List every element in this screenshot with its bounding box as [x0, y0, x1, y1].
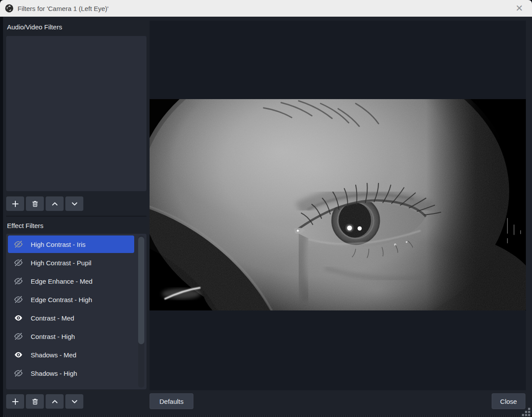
- window-bottom-edge: [3, 415, 532, 417]
- titlebar[interactable]: Filters for 'Camera 1 (Left Eye)' ✕: [0, 0, 532, 17]
- dialog-title: Filters for 'Camera 1 (Left Eye)': [18, 5, 108, 12]
- filter-row[interactable]: High Contrast - Iris: [8, 235, 134, 253]
- eye-slash-icon[interactable]: [14, 258, 23, 267]
- audio-video-toolbar: [6, 196, 83, 211]
- filter-name: Contrast - Med: [31, 314, 74, 322]
- filter-name: Contrast - High: [31, 333, 75, 340]
- audio-video-filters-label: Audio/Video Filters: [7, 23, 62, 31]
- chevron-down-icon: [71, 200, 79, 208]
- close-button[interactable]: Close: [492, 393, 525, 409]
- plus-icon: [11, 398, 19, 406]
- add-audio-filter-button[interactable]: [6, 196, 24, 211]
- filter-name: Shadows - Med: [31, 351, 76, 359]
- effect-toolbar: [6, 394, 83, 409]
- filter-name: Shadows - High: [31, 370, 77, 377]
- filter-row[interactable]: Shadows - Med: [8, 346, 134, 364]
- eye-icon[interactable]: [14, 314, 23, 322]
- scrollbar-thumb[interactable]: [138, 237, 144, 344]
- obs-logo-icon: [5, 4, 14, 13]
- audio-video-filters-list[interactable]: [6, 36, 146, 191]
- filter-row[interactable]: Contrast - Med: [8, 309, 134, 327]
- add-effect-filter-button[interactable]: [6, 394, 24, 409]
- remove-effect-filter-button[interactable]: [26, 394, 44, 409]
- remove-audio-filter-button[interactable]: [26, 196, 44, 211]
- eye-slash-icon[interactable]: [14, 332, 23, 341]
- filter-row[interactable]: Edge Contrast - High: [8, 291, 134, 308]
- eye-slash-icon[interactable]: [14, 277, 23, 285]
- chevron-down-icon: [71, 398, 79, 406]
- move-effect-filter-down-button[interactable]: [65, 394, 83, 409]
- filters-dialog: Filters for 'Camera 1 (Left Eye)' ✕ Audi…: [0, 0, 532, 417]
- close-x-icon[interactable]: ✕: [510, 0, 528, 17]
- filter-name: High Contrast - Iris: [31, 241, 86, 248]
- plus-icon: [11, 200, 19, 208]
- eye-slash-icon[interactable]: [14, 369, 23, 378]
- eye-icon[interactable]: [14, 350, 23, 359]
- filter-row[interactable]: High Contrast - Pupil: [8, 254, 134, 271]
- filter-row[interactable]: Shadows - High: [8, 364, 134, 382]
- preview-video: [150, 99, 526, 310]
- panel-divider: [6, 216, 146, 217]
- effect-filters-label: Effect Filters: [7, 222, 43, 229]
- filter-name: Edge Enhance - Med: [31, 278, 93, 285]
- chevron-up-icon: [51, 200, 59, 208]
- move-audio-filter-up-button[interactable]: [46, 196, 64, 211]
- effect-filters-list[interactable]: High Contrast - IrisHigh Contrast - Pupi…: [6, 234, 146, 389]
- preview-panel: [150, 21, 526, 390]
- eye-slash-icon[interactable]: [14, 295, 23, 304]
- filter-row[interactable]: Contrast - High: [8, 328, 134, 345]
- move-effect-filter-up-button[interactable]: [46, 394, 64, 409]
- eye-slash-icon[interactable]: [14, 240, 23, 249]
- move-audio-filter-down-button[interactable]: [65, 196, 83, 211]
- filter-row[interactable]: Edge Enhance - Med: [8, 272, 134, 290]
- trash-icon: [31, 398, 39, 406]
- chevron-up-icon: [51, 398, 59, 406]
- trash-icon: [31, 200, 39, 208]
- defaults-button[interactable]: Defaults: [150, 393, 193, 409]
- resize-grip-icon[interactable]: [521, 407, 530, 416]
- filter-name: Edge Contrast - High: [31, 296, 92, 303]
- left-edge: [0, 17, 3, 417]
- filter-name: High Contrast - Pupil: [31, 259, 91, 267]
